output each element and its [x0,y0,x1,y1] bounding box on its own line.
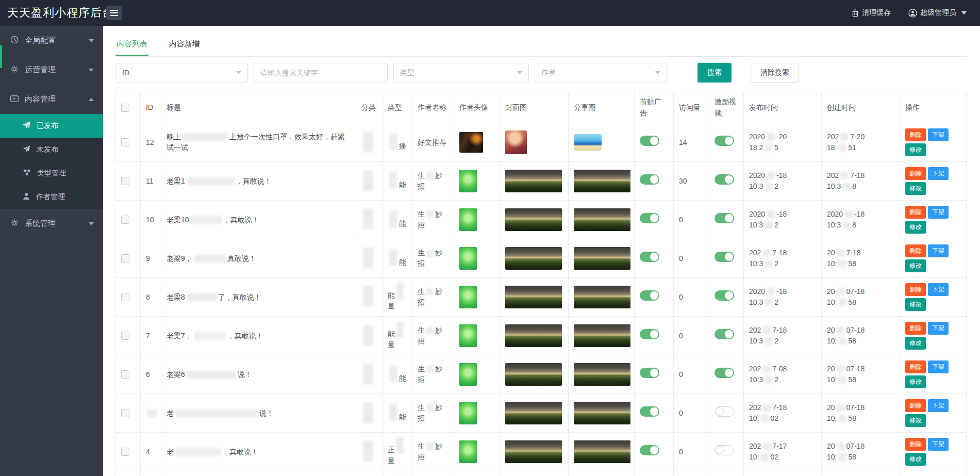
table-row: 8老梁8了，真敢说！能量生妙招02020-1810:322007-1810:58… [116,278,967,317]
take-down-button[interactable]: 下架 [928,283,949,296]
chevron-up-icon [89,98,94,101]
censor-blur [767,172,775,179]
delete-button[interactable]: 删除 [905,322,926,335]
date-line: 2007-18 [827,441,894,452]
pre-ad-toggle[interactable] [640,445,659,455]
pre-ad-toggle[interactable] [640,406,659,417]
row-actions: 删除下架修改 [900,162,967,201]
id-filter-select[interactable]: ID [115,63,248,83]
take-down-button[interactable]: 下架 [928,128,949,141]
incentive-video-toggle[interactable] [715,368,734,378]
date-line: 10:58 [827,336,894,347]
clear-search-button[interactable]: 清除搜索 [751,63,799,83]
edit-button[interactable]: 修改 [905,453,926,466]
keyword-search-input[interactable] [254,63,388,83]
search-button[interactable]: 搜索 [697,63,732,83]
row-category [356,471,383,476]
take-down-button[interactable]: 下架 [928,438,949,451]
sidebar-item-4[interactable]: 系统管理 [0,209,103,238]
sidebar-item-作者管理[interactable]: 作者管理 [0,185,103,209]
menu-toggle-button[interactable] [106,6,122,20]
sidebar-item-已发布[interactable]: 已发布 [0,114,103,138]
table-row: 12晚上上放个一次性口罩，效果太好，赶紧试一试播好文推荐142020-2018:… [116,123,967,162]
type-filter-select[interactable]: 类型 [393,63,529,83]
take-down-button[interactable]: 下架 [928,399,949,412]
clear-cache-button[interactable]: 清理缓存 [852,8,891,18]
edit-button[interactable]: 修改 [905,414,926,427]
table-row: 9老梁9，真敢说！能生妙招02027-1810:32207-1810:58删除下… [116,239,967,278]
censor-blur [837,404,845,412]
delete-button[interactable]: 删除 [905,438,926,451]
edit-button[interactable]: 修改 [905,182,926,195]
incentive-video-toggle[interactable] [715,213,734,223]
pre-ad-toggle[interactable] [640,329,659,339]
incentive-video-toggle[interactable] [715,290,734,301]
edit-button[interactable]: 修改 [905,143,926,156]
delete-button[interactable]: 删除 [905,206,926,219]
row-title [161,471,356,476]
censor-blur [837,326,845,334]
row-checkbox[interactable] [121,293,129,301]
take-down-button[interactable]: 下架 [928,322,949,335]
take-down-button[interactable]: 下架 [928,244,949,257]
sidebar-item-3[interactable]: 内容管理 [0,85,103,114]
censor-blur [840,172,849,179]
row-checkbox[interactable] [121,370,129,379]
row-checkbox[interactable] [121,177,129,185]
row-checkbox[interactable] [121,409,129,417]
edit-button[interactable]: 修改 [905,259,926,272]
censor-blur [765,183,773,190]
cover-image [505,402,562,424]
row-checkbox[interactable] [121,332,129,340]
author-filter-select[interactable]: 作者 [535,63,667,83]
edit-button[interactable]: 修改 [905,337,926,350]
take-down-button[interactable]: 下架 [928,167,949,180]
pre-ad-toggle[interactable] [640,290,659,301]
incentive-video-toggle[interactable] [715,252,734,262]
row-checkbox[interactable] [121,216,129,224]
sidebar-item-1[interactable]: 全局配置 [0,26,103,55]
sidebar-item-2[interactable]: 运营管理 [0,55,103,85]
row-type: 播 [383,123,412,162]
tab-content-list[interactable]: 内容列表 [115,33,148,56]
delete-button[interactable]: 删除 [905,283,926,296]
pre-ad-toggle[interactable] [640,213,659,223]
row-checkbox[interactable] [121,254,129,262]
tab-content-add[interactable]: 内容新增 [168,33,201,56]
sidebar-item-类型管理[interactable]: 类型管理 [0,161,103,185]
row-share [569,278,635,317]
delete-button[interactable]: 删除 [905,360,926,373]
date-line: 2020-18 [749,209,816,220]
incentive-video-toggle[interactable] [715,445,734,455]
edit-button[interactable]: 修改 [905,221,926,234]
take-down-button[interactable]: 下架 [928,206,949,219]
delete-button[interactable]: 删除 [905,128,926,141]
select-all-checkbox[interactable] [121,104,129,112]
incentive-video-toggle[interactable] [715,406,734,417]
delete-button[interactable]: 删除 [905,399,926,412]
delete-button[interactable]: 删除 [905,167,926,180]
edit-button[interactable]: 修改 [905,375,926,388]
row-pre-ad [635,355,674,394]
incentive-video-toggle[interactable] [715,329,734,339]
censor-blur [396,321,404,338]
edit-button[interactable]: 修改 [905,298,926,311]
incentive-video-toggle[interactable] [715,174,734,185]
sidebar-item-未发布[interactable]: 未发布 [0,138,103,161]
pre-ad-toggle[interactable] [640,174,659,185]
pre-ad-toggle[interactable] [640,136,659,146]
row-visits: 0 [674,201,709,239]
admin-menu[interactable]: 超级管理员 [908,8,967,18]
main-content: 内容列表 内容新增 ID 类型 作者 搜索 清除搜索 ID标题分类类型作者名称作… [103,26,980,476]
row-checkbox-cell [116,162,141,201]
incentive-video-toggle[interactable] [715,136,734,146]
date-line: 2020-18 [749,286,816,298]
author-line: 生妙 [418,248,449,259]
row-checkbox[interactable] [121,138,129,146]
row-checkbox[interactable] [121,448,129,456]
delete-button[interactable]: 删除 [905,244,926,257]
row-actions: 删除下架修改 [900,317,967,355]
pre-ad-toggle[interactable] [640,368,659,378]
pre-ad-toggle[interactable] [640,252,659,262]
take-down-button[interactable]: 下架 [928,360,949,373]
